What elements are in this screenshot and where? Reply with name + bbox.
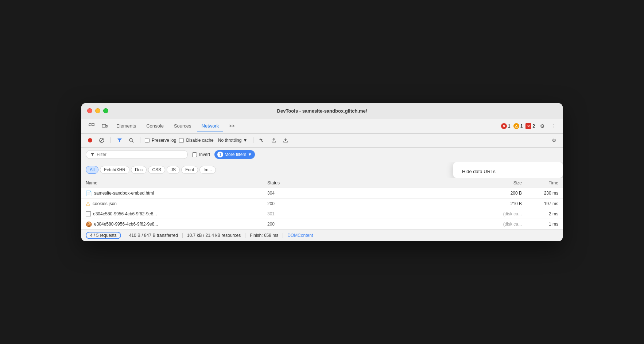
disable-cache-checkbox[interactable] (179, 138, 184, 143)
settings-gear-icon[interactable]: ⚙ (550, 136, 558, 145)
tab-more[interactable]: >> (225, 120, 239, 132)
maximize-button[interactable] (103, 108, 108, 113)
dropdown-hide-data-urls[interactable]: Hide data URLs (453, 165, 563, 178)
svg-rect-2 (102, 124, 106, 127)
table-header: Name Status Size Time (81, 178, 563, 188)
row4-name: e304e580-9956-4cb6-9f62-9e8... (94, 222, 158, 227)
col-header-name: Name (86, 180, 267, 185)
row1-name-cell: 📄 samesite-sandbox-embed.html (86, 190, 267, 196)
domcontent-text: DOMContent (287, 233, 313, 238)
svg-point-4 (88, 138, 92, 142)
table-row[interactable]: 🍪 e304e580-9956-4cb6-9f62-9e8... 200 (di… (81, 219, 563, 230)
hide-data-urls-label: Hide data URLs (462, 169, 496, 174)
row3-file-icon (86, 211, 91, 216)
search-icon[interactable] (127, 136, 136, 145)
tab-console[interactable]: Console (142, 120, 168, 132)
row2-status: 200 (267, 201, 304, 206)
warning-icon: ⚠ (513, 123, 519, 129)
error-badge: ✕ 1 (501, 123, 511, 129)
more-menu-icon[interactable]: ⋮ (550, 122, 558, 130)
inspector-icon[interactable] (86, 121, 97, 131)
separator-1 (110, 137, 111, 143)
preserve-log-label[interactable]: Preserve log (145, 138, 176, 143)
action-bar: Preserve log Disable cache No throttling… (81, 134, 563, 148)
svg-line-8 (132, 141, 133, 142)
row2-name-cell: ⚠ cookies.json (86, 201, 267, 207)
upload-icon[interactable] (269, 136, 278, 145)
tab-bar: Elements Console Sources Network >> ✕ 1 … (81, 119, 563, 134)
network-conditions-icon[interactable] (258, 136, 267, 145)
settings-icon[interactable]: ⚙ (538, 122, 547, 130)
separator-3 (253, 137, 253, 143)
filter-funnel-icon (90, 152, 94, 157)
row1-status: 304 (267, 191, 304, 196)
more-filters-count: 1 (217, 152, 223, 157)
clear-button[interactable] (97, 136, 106, 145)
more-filters-dropdown: Hide data URLs Hide extension URLs Block… (453, 162, 563, 178)
svg-point-7 (129, 138, 132, 141)
status-domcontent[interactable]: DOMContent (283, 233, 317, 238)
record-button[interactable] (86, 136, 94, 145)
disable-cache-text: Disable cache (186, 138, 213, 143)
device-toggle-icon[interactable] (99, 121, 110, 131)
invert-label[interactable]: Invert (192, 152, 210, 157)
type-btn-all[interactable]: All (86, 166, 98, 174)
row4-file-icon: 🍪 (86, 221, 92, 227)
row2-time: 197 ms (522, 201, 558, 206)
type-btn-js[interactable]: JS (167, 166, 180, 174)
tab-sources[interactable]: Sources (170, 120, 196, 132)
download-icon[interactable] (281, 136, 290, 145)
table-row[interactable]: e304e580-9956-4cb6-9f62-9e8... 301 (disk… (81, 209, 563, 219)
minimize-button[interactable] (95, 108, 100, 113)
blocked-icon: ✕ (525, 123, 531, 129)
svg-rect-3 (106, 125, 107, 127)
svg-point-9 (262, 141, 263, 142)
more-filters-button[interactable]: 1 More filters ▼ (214, 150, 255, 159)
svg-line-6 (100, 139, 103, 142)
filter-bar: Invert 1 More filters ▼ (81, 148, 563, 162)
col-header-time: Time (522, 180, 558, 185)
row1-size: 200 B (485, 191, 522, 196)
separator-2 (140, 137, 140, 143)
row1-time: 230 ms (522, 191, 558, 196)
blocked-count: 2 (532, 124, 535, 129)
transferred-text: 410 B / 847 B transferred (129, 233, 178, 238)
col-header-empty (304, 180, 485, 185)
type-btn-font[interactable]: Font (181, 166, 198, 174)
invert-checkbox[interactable] (192, 152, 197, 157)
filter-input[interactable] (97, 152, 183, 157)
throttle-label: No throttling (218, 138, 242, 143)
row3-time: 2 ms (522, 211, 558, 216)
toolbar-right: ✕ 1 ⚠ 1 ✕ 2 ⚙ ⋮ (501, 122, 558, 130)
disable-cache-label[interactable]: Disable cache (179, 138, 213, 143)
error-count: 1 (508, 124, 511, 129)
row3-size: (disk ca... (485, 211, 522, 216)
more-filters-label: More filters (225, 152, 246, 157)
type-btn-doc[interactable]: Doc (131, 166, 147, 174)
row4-status: 200 (267, 222, 304, 227)
warning-count: 1 (520, 124, 523, 129)
row2-file-icon: ⚠ (86, 201, 90, 207)
filter-input-container[interactable] (86, 150, 188, 159)
svg-rect-1 (92, 124, 94, 126)
row2-size: 210 B (485, 201, 522, 206)
traffic-lights (87, 108, 108, 113)
close-button[interactable] (87, 108, 92, 113)
requests-text: 4 / 5 requests (90, 233, 117, 238)
table-row[interactable]: 📄 samesite-sandbox-embed.html 304 200 B … (81, 188, 563, 199)
tab-network[interactable]: Network (197, 120, 224, 132)
preserve-log-text: Preserve log (152, 138, 176, 143)
title-bar: DevTools - samesite-sandbox.glitch.me/ (81, 103, 563, 119)
type-btn-fetch[interactable]: Fetch/XHR (100, 166, 129, 174)
type-btn-css[interactable]: CSS (148, 166, 165, 174)
row4-name-cell: 🍪 e304e580-9956-4cb6-9f62-9e8... (86, 221, 267, 227)
filter-icon[interactable] (115, 136, 124, 145)
type-btn-img[interactable]: Im... (199, 166, 216, 174)
preserve-log-checkbox[interactable] (145, 138, 150, 143)
network-table: Name Status Size Time 📄 samesite-sandbox… (81, 178, 563, 230)
table-row[interactable]: ⚠ cookies.json 200 210 B 197 ms (81, 199, 563, 209)
row2-name: cookies.json (93, 201, 117, 206)
tab-elements[interactable]: Elements (112, 120, 140, 132)
throttle-select[interactable]: No throttling ▼ (217, 137, 249, 144)
row1-name: samesite-sandbox-embed.html (94, 191, 154, 196)
